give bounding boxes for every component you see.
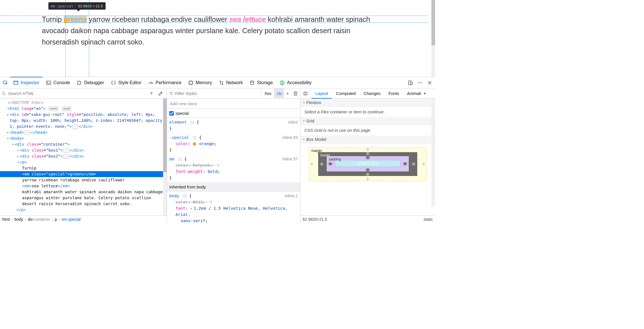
sidebar-tab-changes[interactable]: Changes <box>360 88 384 99</box>
text-node-2c[interactable]: desert raisin horseradish spinach carrot… <box>22 201 132 206</box>
hov-button[interactable]: :hov <box>262 88 273 99</box>
sidebar-body[interactable]: ▾Flexbox Select a Flex container or item… <box>300 99 435 215</box>
class-checkbox-special[interactable] <box>169 111 174 116</box>
bm-margin[interactable]: margin 0 0 0 0 border 0 0 0 0 padding <box>309 147 427 181</box>
tab-network[interactable]: Network <box>216 77 246 88</box>
em-sea-node[interactable]: <em>sea lettuce</em> <box>22 184 70 188</box>
bm-border[interactable]: border 0 0 0 0 padding 0 0 0 0 62 <box>318 152 417 176</box>
box2-node[interactable]: <div class="box2">⋯</div> <box>20 154 84 158</box>
tab-storage[interactable]: Storage <box>247 77 276 88</box>
filter-icon[interactable] <box>209 200 213 204</box>
inspector-icon[interactable] <box>193 136 197 140</box>
more-button[interactable] <box>416 78 424 87</box>
sidebar-tab-layout[interactable]: Layout <box>312 88 332 99</box>
twisty-icon[interactable]: ▸ <box>16 147 20 153</box>
html-node[interactable]: <html lang="en"> <box>7 106 46 111</box>
tab-memory[interactable]: Memory <box>185 77 215 88</box>
html-search-input[interactable] <box>8 91 145 96</box>
text-node-2a[interactable]: kohlrabi amaranth water spinach avocado … <box>22 190 163 194</box>
inspector-icon[interactable] <box>178 157 182 161</box>
head-node[interactable]: <head>⋯</head> <box>10 130 48 135</box>
sidebar-tab-fonts[interactable]: Fonts <box>385 88 403 99</box>
twisty-icon[interactable]: ▾ <box>16 159 20 165</box>
rule-source[interactable]: inline:2 <box>285 193 298 199</box>
ellipsis-badge[interactable]: ⋯ <box>63 148 69 153</box>
rule-body[interactable]: body {inline:2 color: #333; font: ▸1.2em… <box>167 192 300 223</box>
twisty-icon[interactable]: ▸ <box>190 205 193 211</box>
bm-margin-top[interactable]: 0 <box>367 148 369 152</box>
bm-padding-left[interactable]: 0 <box>328 162 332 165</box>
crumb-div[interactable]: div.container <box>28 217 50 222</box>
crumb-em[interactable]: em.special <box>62 217 81 222</box>
doctype-node[interactable]: <!DOCTYPE html> <box>7 100 43 105</box>
ellipsis-badge[interactable]: ⋯ <box>25 130 30 135</box>
text-node-2b[interactable]: asparagus winter purslane kale. Celery p… <box>22 196 151 200</box>
crumb-p[interactable]: p <box>55 217 57 222</box>
bm-margin-bottom[interactable]: 0 <box>367 177 369 181</box>
bm-border-left[interactable]: 0 <box>320 163 324 166</box>
box1-node[interactable]: <div class="box1">⋯</div> <box>20 148 84 152</box>
bm-padding[interactable]: padding 0 0 0 0 62.9833×21.5 <box>327 156 409 171</box>
markup-tree[interactable]: <!DOCTYPE html> <html lang="en"> event s… <box>0 99 167 215</box>
tab-accessibility[interactable]: Accessibility <box>277 77 315 88</box>
sidebar-tab-animations[interactable]: Animati <box>403 88 425 99</box>
responsive-mode-button[interactable] <box>406 78 415 87</box>
grid-header[interactable]: ▾Grid <box>300 117 435 125</box>
dropdown-icon[interactable]: ▾ <box>424 91 426 95</box>
text-node-turnip[interactable]: Turnip <box>22 166 37 170</box>
scrollbar-thumb[interactable] <box>431 0 435 45</box>
rule-source[interactable]: inline:37 <box>283 156 298 162</box>
crumb-body[interactable]: body <box>14 217 23 222</box>
rule-source[interactable]: inline:33 <box>283 134 298 141</box>
twisty-icon[interactable]: ▸ <box>6 130 10 135</box>
toggle-sidebar-button[interactable] <box>301 90 309 97</box>
div-saka-node[interactable]: <div id="saka-gui-root" style="position:… <box>10 112 155 117</box>
selected-em-special[interactable]: <em class="special">greens</em> <box>0 171 167 177</box>
add-class-input[interactable]: Add new class <box>167 99 300 109</box>
tab-inspector[interactable]: Inspector <box>10 77 42 88</box>
highlighted-greens[interactable]: greens <box>64 15 87 23</box>
inspector-icon[interactable] <box>190 120 194 124</box>
p-node[interactable]: <p> <box>20 160 27 164</box>
tab-console[interactable]: Console <box>43 77 73 88</box>
add-node-button[interactable]: + <box>147 90 155 97</box>
tab-styleeditor[interactable]: Style Editor <box>108 77 145 88</box>
bm-content[interactable]: 62.9833×21.5 <box>335 160 400 167</box>
rule-em[interactable]: em {inline:37 color: hotpink; font-weigh… <box>167 155 300 182</box>
bm-padding-right[interactable]: 0 <box>403 162 407 165</box>
page-scrollbar-vertical[interactable] <box>431 0 435 74</box>
rules-body[interactable]: element {inline } .special {inline:33 co… <box>167 118 300 223</box>
inspector-icon[interactable] <box>183 194 187 198</box>
text-node-1[interactable]: yarrow ricebean rutabaga endive cauliflo… <box>22 178 125 182</box>
scrollbar-thumb[interactable] <box>163 99 167 172</box>
flexbox-header[interactable]: ▾Flexbox <box>300 99 435 107</box>
div-saka-cont2[interactable]: 1; pointer-events: none;">⋯</div> <box>10 124 93 129</box>
p-close-node[interactable]: </p> <box>16 207 26 212</box>
pick-element-button[interactable] <box>1 78 10 87</box>
box-model-widget[interactable]: margin 0 0 0 0 border 0 0 0 0 padding <box>300 143 435 185</box>
twisty-icon[interactable]: ▸ <box>16 153 20 159</box>
bm-padding-bottom[interactable]: 0 <box>366 168 370 171</box>
sidebar-tab-computed[interactable]: Computed <box>332 88 359 99</box>
rule-special[interactable]: .special {inline:33 color: orange; } <box>167 133 300 155</box>
filter-icon[interactable] <box>216 164 220 167</box>
badge-scroll[interactable]: scroll <box>62 107 71 111</box>
bm-padding-top[interactable]: 0 <box>366 156 370 159</box>
sidebar-scrollbar[interactable] <box>431 99 435 206</box>
ellipsis-badge[interactable]: ⋯ <box>72 124 78 129</box>
cls-button[interactable]: .cls <box>274 88 284 99</box>
body-node[interactable]: <body> <box>10 136 24 141</box>
close-devtools-button[interactable] <box>425 78 434 87</box>
crumb-html[interactable]: html <box>2 217 10 222</box>
boxmodel-header[interactable]: ▾Box Model <box>300 135 435 143</box>
twisty-icon[interactable]: ▾ <box>6 135 10 141</box>
markup-scrollbar[interactable] <box>163 99 167 215</box>
tab-debugger[interactable]: Debugger <box>74 77 107 88</box>
bm-border-bottom[interactable]: 0 <box>366 173 370 176</box>
filter-styles-input[interactable] <box>175 91 259 96</box>
twisty-icon[interactable]: ▾ <box>11 141 15 147</box>
ellipsis-badge[interactable]: ⋯ <box>63 154 69 159</box>
tab-performance[interactable]: Performance <box>145 77 185 88</box>
badge-event[interactable]: event <box>48 107 58 111</box>
print-sim-button[interactable] <box>291 88 300 99</box>
